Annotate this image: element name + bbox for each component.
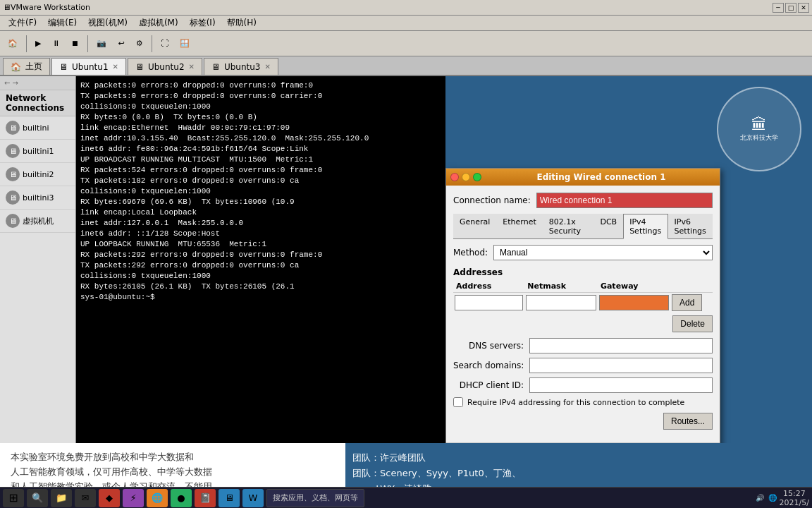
address-input[interactable] (455, 295, 523, 310)
terminal[interactable]: RX packets:0 errors:0 dropped:0 overruns… (76, 76, 445, 443)
dialog-minimize-button[interactable] (462, 173, 470, 181)
dialog-controls (450, 173, 481, 181)
menu-view[interactable]: 视图(机M) (82, 16, 133, 30)
toolbar-stop[interactable]: ⏹ (66, 34, 84, 54)
toolbar-settings[interactable]: ⚙ (131, 34, 148, 54)
connection-name-label: Connection name: (453, 195, 531, 205)
sidebar-item-4[interactable]: 🖥 虚拟机机 (0, 210, 75, 233)
toolbar-fullscreen[interactable]: ⛶ (156, 34, 173, 54)
tab-ubuntu3[interactable]: 🖥 Ubuntu3 ✕ (204, 58, 278, 75)
dialog-maximize-button[interactable] (473, 173, 481, 181)
systray-network[interactable]: 🌐 (768, 494, 777, 502)
menu-file[interactable]: 文件(F) (3, 16, 42, 30)
col-netmask: Netmask (524, 280, 598, 293)
terminal-line: collisions:0 txqueuelen:1000 (80, 271, 441, 282)
systray-volume[interactable]: 🔊 (756, 494, 764, 502)
tab-ubuntu1-label: Ubuntu1 (72, 62, 109, 72)
gateway-input[interactable] (599, 295, 669, 310)
terminal-line: UP LOOPBACK RUNNING MTU:65536 Metric:1 (80, 239, 441, 250)
toolbar-revert[interactable]: ↩ (113, 34, 129, 54)
sidebar-label-0: builtini (23, 123, 49, 133)
university-name: 北京科技大学 (740, 133, 778, 143)
sidebar-item-3[interactable]: 🖥 builtini3 (0, 186, 75, 210)
minimize-button[interactable]: ─ (773, 3, 784, 13)
search-domains-row: Search domains: (453, 358, 713, 373)
connection-name-row: Connection name: (453, 193, 713, 208)
sidebar-label-2: builtini2 (23, 170, 54, 179)
tab-ubuntu3-close[interactable]: ✕ (264, 63, 270, 71)
dialog-tab-ipv4[interactable]: IPv4 Settings (623, 214, 668, 239)
taskbar-notes-icon[interactable]: 📓 (195, 489, 216, 507)
taskbar-search-text[interactable]: 搜索应用、义档、网页等 (266, 489, 364, 507)
add-button[interactable]: Add (672, 294, 702, 311)
addresses-section-label: Addresses (453, 267, 713, 277)
maximize-button[interactable]: □ (785, 3, 796, 13)
col-gateway: Gateway (598, 280, 670, 293)
taskbar-search-icon[interactable]: 🔍 (27, 489, 48, 507)
toolbar-pause[interactable]: ⏸ (47, 34, 65, 54)
start-button[interactable]: ⊞ (3, 489, 24, 507)
ipv4-required-checkbox[interactable] (453, 397, 463, 407)
taskbar-word-icon[interactable]: W (242, 489, 264, 507)
network-connections-header: Network Connections (0, 90, 75, 116)
menu-edit[interactable]: 编辑(E) (42, 16, 82, 30)
systray: 🔊 🌐 (756, 494, 777, 502)
sidebar-icon-0: 🖥 (6, 121, 20, 135)
terminal-line: TX packets:182 errors:0 dropped:0 overru… (80, 176, 441, 186)
tab-ubuntu2[interactable]: 🖥 Ubuntu2 ✕ (128, 58, 202, 75)
taskbar-mail-icon[interactable]: ✉ (75, 489, 96, 507)
sidebar-item-2[interactable]: 🖥 builtini2 (0, 163, 75, 186)
toolbar-unity[interactable]: 🪟 (175, 34, 195, 54)
taskbar-red-icon[interactable]: ◆ (99, 489, 120, 507)
connection-name-input[interactable] (536, 193, 713, 208)
terminal-line: RX packets:0 errors:0 dropped:0 overruns… (80, 80, 441, 91)
tab-ubuntu1-close[interactable]: ✕ (113, 63, 118, 71)
sidebar-item-0[interactable]: 🖥 builtini (0, 116, 75, 140)
taskbar-browser-icon[interactable]: 🌐 (147, 489, 168, 507)
terminal-line: TX packets:0 errors:0 dropped:0 overruns… (80, 91, 441, 102)
taskbar-bolt-icon[interactable]: ⚡ (123, 489, 144, 507)
close-button[interactable]: ✕ (798, 3, 809, 13)
dialog-tab-8021x[interactable]: 802.1x Security (543, 214, 594, 238)
lower-text-2: 人工智能教育领域，仅可用作高校、中学等大数据 (11, 465, 335, 480)
dialog-tabs: General Ethernet 802.1x Security DCB IPv… (453, 214, 713, 239)
dialog-tab-ipv6[interactable]: IPv6 Settings (668, 214, 713, 238)
dialog-title: Editing Wired connection 1 (487, 172, 715, 182)
tab-ubuntu2-close[interactable]: ✕ (189, 63, 195, 71)
tab-home[interactable]: 🏠 土页 (3, 58, 50, 75)
delete-button[interactable]: Delete (672, 315, 713, 332)
dialog-body: Connection name: General Ethernet 802.1x… (446, 186, 720, 442)
taskbar-files-icon[interactable]: 📁 (51, 489, 72, 507)
taskbar-chrome-icon[interactable]: ● (171, 489, 192, 507)
menu-help[interactable]: 帮助(H) (221, 16, 262, 30)
checkbox-row: Require IPv4 addressing for this connect… (453, 397, 713, 407)
taskbar-terminal-icon[interactable]: 🖥 (219, 489, 240, 507)
sidebar: ← → Network Connections 🖥 builtini 🖥 bui… (0, 76, 76, 443)
menu-vm[interactable]: 虚拟机(M) (133, 16, 184, 30)
search-domains-label: Search domains: (453, 361, 524, 370)
vmware-logo: 🖥 (3, 3, 11, 12)
tab-ubuntu1[interactable]: 🖥 Ubuntu1 ✕ (51, 58, 126, 75)
sidebar-header: ← → (4, 79, 18, 87)
dialog-tab-general[interactable]: General (453, 214, 496, 238)
search-domains-input[interactable] (529, 358, 713, 373)
sidebar-icon-2: 🖥 (6, 167, 20, 181)
dhcp-client-id-input[interactable] (529, 377, 713, 393)
terminal-line: RX packets:524 errors:0 dropped:0 overru… (80, 165, 441, 176)
netmask-input[interactable] (526, 295, 596, 310)
sidebar-item-1[interactable]: 🖥 builtini1 (0, 140, 75, 163)
routes-button[interactable]: Routes... (663, 413, 713, 430)
method-select[interactable]: Manual (493, 245, 713, 260)
dns-servers-input[interactable] (529, 338, 713, 353)
lower-right-2: 团队：Scenery、Syyy、P1ut0、丁渔、 (352, 466, 805, 481)
toolbar-power[interactable]: ▶ (30, 34, 46, 54)
menu-tabs[interactable]: 标签(I) (184, 16, 221, 30)
toolbar-home[interactable]: 🏠 (3, 34, 23, 54)
lower-right-1: 团队：许云峰团队 (352, 450, 805, 466)
dialog-close-button[interactable] (450, 173, 459, 181)
dialog-tab-ethernet[interactable]: Ethernet (496, 214, 542, 238)
dialog-tab-dcb[interactable]: DCB (593, 214, 623, 238)
col-actions (670, 280, 713, 293)
sidebar-label-1: builtini1 (23, 147, 54, 156)
toolbar-snapshot[interactable]: 📷 (92, 34, 111, 54)
